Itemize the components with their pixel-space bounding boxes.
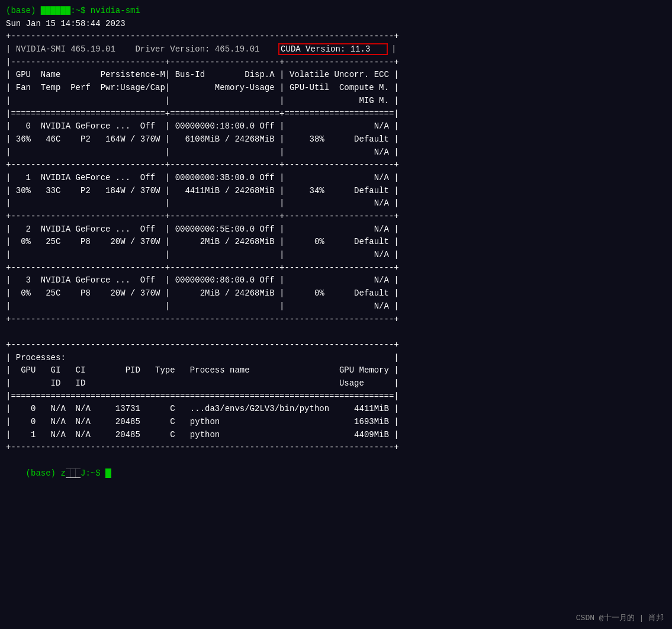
header-separator: |-------------------------------+-------… xyxy=(6,56,666,69)
gpu2-row2: | 0% 25C P8 20W / 370W | 2MiB / 24268MiB… xyxy=(6,236,666,249)
header-row-gpu-name: | GPU Name Persistence-M| Bus-Id Disp.A … xyxy=(6,69,666,82)
header-border-top: +---------------------------------------… xyxy=(6,30,666,43)
terminal-window: (base) ██████:~$ nvidia-smi Sun Jan 15 1… xyxy=(0,0,672,629)
blank-line xyxy=(6,326,666,339)
proc-col-headers-1: | GPU GI CI PID Type Process name GPU Me… xyxy=(6,364,666,377)
prompt-line-2: (base) z███J:~$ xyxy=(6,454,666,493)
datetime-line: Sun Jan 15 14:58:44 2023 xyxy=(6,18,666,31)
prompt-text-2: (base) z███J:~$ xyxy=(26,468,105,478)
gpu2-row1: | 2 NVIDIA GeForce ... Off | 00000000:5E… xyxy=(6,223,666,236)
proc-bottom-border: +---------------------------------------… xyxy=(6,441,666,454)
separator-equals: |===============================+=======… xyxy=(6,108,666,121)
cursor xyxy=(105,468,111,478)
proc-row-1: | 0 N/A N/A 13731 C ...da3/envs/G2LV3/bi… xyxy=(6,403,666,416)
proc-col-headers-2: | ID ID Usage | xyxy=(6,377,666,390)
gpu1-row3: | | | N/A | xyxy=(6,197,666,210)
gpu3-row3: | | | N/A | xyxy=(6,300,666,313)
header-row-fan-temp: | Fan Temp Perf Pwr:Usage/Cap| Memory-Us… xyxy=(6,82,666,95)
proc-row-3: | 1 N/A N/A 20485 C python 4409MiB | xyxy=(6,429,666,442)
proc-title-line: | Processes: | xyxy=(6,352,666,365)
gpu-sep-2-3: +-------------------------------+-------… xyxy=(6,262,666,275)
smi-version-line: | NVIDIA-SMI 465.19.01 Driver Version: 4… xyxy=(6,43,666,56)
gpu1-row2: | 30% 33C P2 184W / 370W | 4411MiB / 242… xyxy=(6,185,666,198)
gpu3-row2: | 0% 25C P8 20W / 370W | 2MiB / 24268MiB… xyxy=(6,287,666,300)
gpu0-row2: | 36% 46C P2 164W / 370W | 6106MiB / 242… xyxy=(6,133,666,146)
header-row-mig: | | | MIG M. | xyxy=(6,95,666,108)
proc-header-border: +---------------------------------------… xyxy=(6,339,666,352)
prompt-line-1: (base) ██████:~$ nvidia-smi xyxy=(6,5,666,18)
proc-separator: |=======================================… xyxy=(6,390,666,403)
proc-row-2: | 0 N/A N/A 20485 C python 1693MiB | xyxy=(6,416,666,429)
watermark: CSDN @十一月的 | 肖邦 xyxy=(576,612,664,623)
gpu1-row1: | 1 NVIDIA GeForce ... Off | 00000000:3B… xyxy=(6,172,666,185)
gpu0-row3: | | | N/A | xyxy=(6,146,666,159)
gpu2-row3: | | | N/A | xyxy=(6,249,666,262)
gpu-sep-0-1: +-------------------------------+-------… xyxy=(6,159,666,172)
gpu-sep-1-2: +-------------------------------+-------… xyxy=(6,210,666,223)
gpu3-row1: | 3 NVIDIA GeForce ... Off | 00000000:86… xyxy=(6,274,666,287)
gpu0-row1: | 0 NVIDIA GeForce ... Off | 00000000:18… xyxy=(6,120,666,133)
bottom-border: +---------------------------------------… xyxy=(6,313,666,326)
